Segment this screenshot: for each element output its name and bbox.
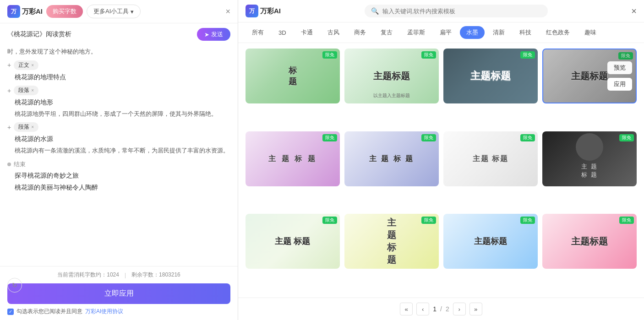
tab-memphis[interactable]: 孟菲斯 <box>401 26 431 39</box>
tag-zhengwen[interactable]: 正文 × <box>14 60 38 70</box>
search-bar[interactable]: 🔍 <box>365 5 548 17</box>
tabs-row: 所有 3D 卡通 古风 商务 复古 孟菲斯 扁平 水墨 清新 科技 红色政务 趣… <box>238 22 644 43</box>
preview-button-4[interactable]: 预览 <box>607 61 632 74</box>
plus-icon-duan1[interactable]: + <box>7 87 11 94</box>
template-card-12[interactable]: 主题标题 限免 <box>542 214 637 269</box>
apply-button[interactable]: 立即应用 <box>7 283 230 304</box>
tag-zhengwen-close[interactable]: × <box>31 63 34 68</box>
badge-12: 限免 <box>619 217 634 224</box>
tab-all[interactable]: 所有 <box>246 26 270 39</box>
left-header: 万 万彩AI 购买字数 更多AI小工具 ▾ × <box>0 0 238 23</box>
template-title-2: 主题标题 <box>373 70 410 82</box>
template-card-7[interactable]: 主题 标题 限免 <box>443 131 538 186</box>
logo-icon-left: 万 <box>7 5 20 18</box>
badge-2: 限免 <box>421 51 436 59</box>
tab-cartoon[interactable]: 卡通 <box>295 26 319 39</box>
template-title-9: 主题 标题 <box>275 236 310 247</box>
left-header-left: 万 万彩AI 购买字数 更多AI小工具 ▾ <box>7 5 141 18</box>
tab-business[interactable]: 商务 <box>348 26 372 39</box>
template-card-4[interactable]: 主题标题 限免 预览 应用 <box>542 49 637 103</box>
tab-fun[interactable]: 趣味 <box>578 26 603 39</box>
tab-red[interactable]: 红色政务 <box>540 26 576 39</box>
badge-11: 限免 <box>520 217 535 224</box>
send-label: 发送 <box>211 30 223 38</box>
tab-ancient[interactable]: 古风 <box>321 26 346 39</box>
page-next-button[interactable]: › <box>453 303 466 315</box>
page-first-button[interactable]: « <box>400 303 413 315</box>
stats-row: 当前需消耗字数约：1024 | 剩余字数：1803216 <box>7 271 230 279</box>
page-last-button[interactable]: » <box>469 303 482 315</box>
template-content-8: 主 题标 题 <box>576 133 603 179</box>
template-title-11: 主题标题 <box>474 236 507 247</box>
template-card-6[interactable]: 主 题 标 题 限免 <box>344 131 439 186</box>
template-card-3[interactable]: 主题标题 限免 <box>443 49 538 103</box>
plus-icon-duan2[interactable]: + <box>7 124 11 131</box>
item-terrain: 桃花源的地形 <box>15 97 230 107</box>
agree-checkbox[interactable]: ✓ <box>7 309 14 315</box>
tag-duan1[interactable]: 段落 × <box>14 86 38 95</box>
tab-flat[interactable]: 扁平 <box>433 26 458 39</box>
tag-duan1-close[interactable]: × <box>31 88 34 93</box>
tab-retro[interactable]: 复古 <box>374 26 399 39</box>
template-card-9[interactable]: 主题 标题 限免 <box>246 214 340 269</box>
template-title-6: 主 题 标 题 <box>369 154 414 163</box>
close-left-panel-button[interactable]: × <box>225 7 230 16</box>
left-footer: 当前需消耗字数约：1024 | 剩余字数：1803216 立即应用 ✓ 勾选表示… <box>0 266 238 320</box>
page-prev-button[interactable]: ‹ <box>416 303 429 315</box>
tab-ink[interactable]: 水墨 <box>460 26 485 39</box>
template-title-7: 主题 标题 <box>473 154 508 163</box>
right-header: 万 万彩AI 🔍 × <box>238 0 644 22</box>
tab-3d[interactable]: 3D <box>272 27 293 38</box>
conclusion-dot <box>7 163 11 166</box>
badge-5: 限免 <box>322 134 337 141</box>
badge-3: 限免 <box>520 51 535 59</box>
more-tools-button[interactable]: 更多AI小工具 ▾ <box>87 5 141 18</box>
tag-duan2-close[interactable]: × <box>31 125 34 130</box>
tag-duan2[interactable]: 段落 × <box>14 122 38 132</box>
duan1-row: + 段落 × <box>7 86 230 95</box>
template-card-10[interactable]: 主题标题 限免 <box>344 214 439 269</box>
conclusion-row: 结束 <box>7 160 230 168</box>
badge-8: 限免 <box>619 134 634 141</box>
agree-text: 勾选表示您已阅读并且同意 <box>16 308 82 315</box>
left-title-bar: 《桃花源记》阅读赏析 ➤ 发送 <box>0 23 238 43</box>
plus-icon-zhengwen[interactable]: + <box>7 61 11 69</box>
text-snippet: 时，意外发现了这个神秘的地方。 <box>7 47 230 57</box>
conclusion-label: 结束 <box>14 160 26 168</box>
buy-credits-button[interactable]: 购买字数 <box>46 5 83 18</box>
template-card-5[interactable]: 主 题 标 题 限免 <box>246 131 340 186</box>
tools-label: 更多AI小工具 <box>93 7 129 16</box>
document-title: 《桃花源记》阅读赏析 <box>7 30 71 38</box>
left-panel: 万 万彩AI 购买字数 更多AI小工具 ▾ × 《桃花源记》阅读赏析 ➤ 发送 … <box>0 0 238 320</box>
template-card-1[interactable]: 标题 限免 <box>246 49 340 103</box>
tab-fresh[interactable]: 清新 <box>486 26 511 39</box>
send-icon: ➤ <box>204 31 209 38</box>
refresh-button[interactable]: ↻ <box>7 278 22 293</box>
wancai-logo-right: 万 万彩AI <box>246 5 281 17</box>
badge-1: 限免 <box>322 51 337 59</box>
tag-zhengwen-label: 正文 <box>18 61 29 69</box>
wancai-logo-left: 万 万彩AI <box>7 5 43 18</box>
send-button[interactable]: ➤ 发送 <box>197 28 230 41</box>
logo-icon-right: 万 <box>246 5 258 17</box>
agree-row: ✓ 勾选表示您已阅读并且同意 万彩AI使用协议 <box>7 308 230 315</box>
agree-link[interactable]: 万彩AI使用协议 <box>85 308 123 315</box>
item-water: 桃花源的水源 <box>15 134 230 144</box>
template-card-11[interactable]: 主题标题 限免 <box>443 214 538 269</box>
close-right-panel-button[interactable]: × <box>631 6 637 16</box>
right-panel: 万 万彩AI 🔍 × 所有 3D 卡通 古风 商务 复古 孟菲斯 扁平 水墨 清… <box>238 0 644 320</box>
template-card-2[interactable]: 主题标题 以主题入主题标题 限免 <box>344 49 439 103</box>
template-subtitle-2: 以主题入主题标题 <box>373 92 410 99</box>
templates-grid: 标题 限免 主题标题 以主题入主题标题 限免 主题标题 限免 主题标题 限免 预… <box>238 43 644 298</box>
conclusion-item1: 探寻桃花源的奇妙之旅 <box>15 170 230 180</box>
template-overlay-4: 预览 应用 <box>543 49 636 103</box>
template-card-8[interactable]: 主 题标 题 限免 <box>542 131 637 186</box>
badge-10: 限免 <box>421 217 436 224</box>
tab-tech[interactable]: 科技 <box>513 26 538 39</box>
apply-template-button-4[interactable]: 应用 <box>607 78 632 91</box>
logo-text-left: 万彩AI <box>22 7 43 16</box>
template-title-3: 主题标题 <box>470 69 511 83</box>
search-input[interactable] <box>382 8 502 15</box>
template-title-5: 主 题 标 题 <box>268 154 317 163</box>
badge-9: 限免 <box>322 217 337 224</box>
